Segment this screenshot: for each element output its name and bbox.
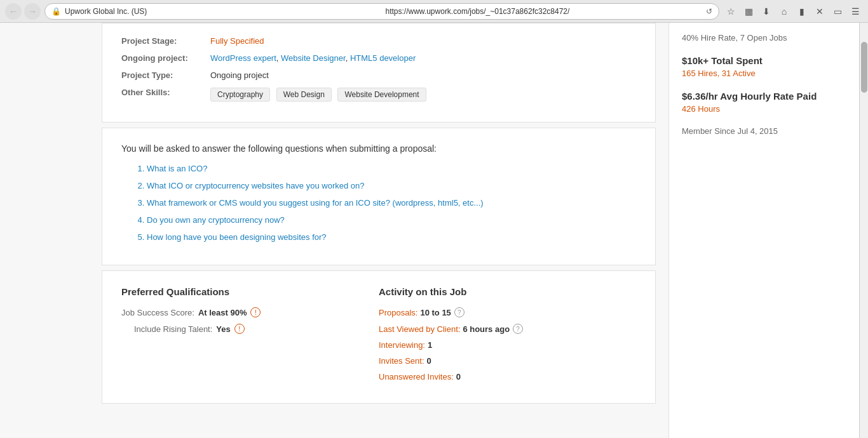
refresh-button[interactable]: ↺ [706, 7, 712, 16]
questions-intro: You will be asked to answer the followin… [121, 143, 636, 154]
other-skills-label: Other Skills: [121, 88, 210, 97]
total-spent-stat: $10k+ Total Spent 165 Hires, 31 Active [682, 55, 846, 78]
interviewing-row: Interviewing: 1 [379, 340, 636, 350]
wordpress-link[interactable]: WordPress expert [210, 53, 276, 63]
proposals-help-icon[interactable]: ? [454, 307, 465, 317]
last-viewed-row: Last Viewed by Client: 6 hours ago ? [379, 324, 636, 334]
project-stage-value: Fully Specified [210, 36, 264, 46]
browser-chrome: ← → 🔒 Upwork Global Inc. (US) https://ww… [0, 0, 868, 23]
last-viewed-value: 6 hours ago [463, 324, 510, 334]
puzzle-icon[interactable]: ▭ [830, 4, 845, 19]
question-2: What ICO or cryptocurrency websites have… [147, 181, 636, 190]
question-1-link[interactable]: What is an ICO? [147, 164, 207, 173]
rising-talent-value: Yes [216, 324, 230, 334]
question-5-link[interactable]: How long have you been designing website… [147, 232, 327, 242]
project-type-row: Project Type: Ongoing project [121, 70, 636, 80]
ongoing-label: Ongoing project: [121, 53, 210, 63]
question-3-link[interactable]: What framework or CMS would you suggest … [147, 198, 484, 208]
scroll-thumb[interactable] [861, 42, 867, 93]
hire-rate-stat: 40% Hire Rate, 7 Open Jobs [682, 33, 846, 43]
home-icon[interactable]: ⌂ [776, 4, 792, 19]
screenshot-icon[interactable]: ▦ [741, 4, 756, 19]
qualifications-section: Preferred Qualifications Job Success Sco… [102, 270, 656, 404]
question-4-link[interactable]: Do you own any cryptocurrency now? [147, 215, 285, 225]
project-type-value: Ongoing project [210, 70, 269, 80]
qual-activity-columns: Preferred Qualifications Job Success Sco… [121, 286, 636, 388]
skill-tag-webdev[interactable]: Website Development [337, 88, 426, 102]
designer-link[interactable]: Website Designer [281, 53, 346, 63]
total-spent-label: $10k+ Total Spent [682, 55, 846, 66]
ongoing-project-row: Ongoing project: WordPress expert, Websi… [121, 53, 636, 63]
questions-list: What is an ICO? What ICO or cryptocurren… [134, 164, 636, 242]
question-4: Do you own any cryptocurrency now? [147, 215, 636, 225]
shield-icon[interactable]: ▮ [794, 4, 810, 19]
menu-icon[interactable]: ☰ [848, 4, 863, 19]
invites-label: Invites Sent: [379, 356, 424, 366]
hire-rate-text: 40% Hire Rate, 7 Open Jobs [682, 33, 846, 43]
skill-tag-cryptography[interactable]: Cryptography [210, 88, 270, 102]
download-icon[interactable]: ⬇ [759, 4, 774, 19]
question-5: How long have you been designing website… [147, 232, 636, 242]
skill-tag-webdesign[interactable]: Web Design [276, 88, 332, 102]
interviewing-value: 1 [428, 340, 432, 350]
hours-info: 426 Hours [682, 104, 846, 114]
close-icon[interactable]: ✕ [812, 4, 827, 19]
ongoing-value: WordPress expert, Website Designer, HTML… [210, 53, 416, 63]
unanswered-row: Unanswered Invites: 0 [379, 372, 636, 382]
address-bar[interactable]: 🔒 Upwork Global Inc. (US) https://www.up… [44, 3, 719, 20]
project-stage-row: Project Stage: Fully Specified [121, 36, 636, 46]
questions-section: You will be asked to answer the followin… [102, 128, 656, 265]
hires-info: 165 Hires, 31 Active [682, 69, 846, 78]
html5-link[interactable]: HTML5 developer [350, 53, 416, 63]
question-1: What is an ICO? [147, 164, 636, 173]
page-body: Project Stage: Fully Specified Ongoing p… [0, 23, 868, 438]
lock-icon: 🔒 [51, 7, 61, 16]
proposals-row: Proposals: 10 to 15 ? [379, 307, 636, 317]
forward-button[interactable]: → [24, 3, 41, 20]
avg-hourly-stat: $6.36/hr Avg Hourly Rate Paid 426 Hours [682, 91, 846, 114]
job-success-label: Job Success Score: [121, 308, 194, 317]
job-success-value: At least 90% [198, 308, 247, 317]
interviewing-label: Interviewing: [379, 340, 425, 350]
avg-hourly-label: $6.36/hr Avg Hourly Rate Paid [682, 91, 846, 102]
site-name: Upwork Global Inc. (US) [65, 7, 382, 16]
main-content: Project Stage: Fully Specified Ongoing p… [0, 23, 668, 438]
rising-talent-label: Include Rising Talent: [134, 324, 212, 334]
job-success-row: Job Success Score: At least 90% ! [121, 307, 379, 317]
unanswered-value: 0 [456, 372, 461, 382]
question-2-link[interactable]: What ICO or cryptocurrency websites have… [147, 181, 364, 190]
qualifications-column: Preferred Qualifications Job Success Sco… [121, 286, 379, 388]
project-type-label: Project Type: [121, 70, 210, 80]
browser-toolbar: ☆ ▦ ⬇ ⌂ ▮ ✕ ▭ ☰ [723, 4, 863, 19]
rising-talent-info-icon[interactable]: ! [234, 324, 245, 334]
last-viewed-help-icon[interactable]: ? [513, 324, 523, 334]
last-viewed-label: Last Viewed by Client: [379, 324, 460, 334]
question-3: What framework or CMS would you suggest … [147, 198, 636, 208]
member-since-stat: Member Since Jul 4, 2015 [682, 126, 846, 136]
proposals-value: 10 to 15 [420, 308, 451, 317]
activity-column: Activity on this Job Proposals: 10 to 15… [379, 286, 636, 388]
scrollbar[interactable] [859, 23, 868, 438]
activity-title: Activity on this Job [379, 286, 636, 297]
qualifications-title: Preferred Qualifications [121, 286, 379, 297]
right-sidebar: 40% Hire Rate, 7 Open Jobs $10k+ Total S… [668, 23, 859, 438]
url-display: https://www.upwork.com/jobs/_~01c37a862f… [386, 7, 703, 16]
back-button[interactable]: ← [5, 3, 22, 20]
rising-talent-row: Include Rising Talent: Yes ! [134, 324, 379, 334]
proposals-label: Proposals: [379, 308, 417, 317]
member-since-text: Member Since Jul 4, 2015 [682, 126, 846, 136]
project-stage-label: Project Stage: [121, 36, 210, 46]
job-success-info-icon[interactable]: ! [250, 307, 261, 317]
project-info-section: Project Stage: Fully Specified Ongoing p… [102, 23, 656, 123]
skills-tags: Cryptography Web Design Website Developm… [210, 88, 430, 102]
nav-buttons: ← → [5, 3, 41, 20]
bookmark-icon[interactable]: ☆ [723, 4, 738, 19]
other-skills-row: Other Skills: Cryptography Web Design We… [121, 88, 636, 102]
invites-value: 0 [427, 356, 431, 366]
unanswered-label: Unanswered Invites: [379, 372, 454, 382]
invites-row: Invites Sent: 0 [379, 356, 636, 366]
